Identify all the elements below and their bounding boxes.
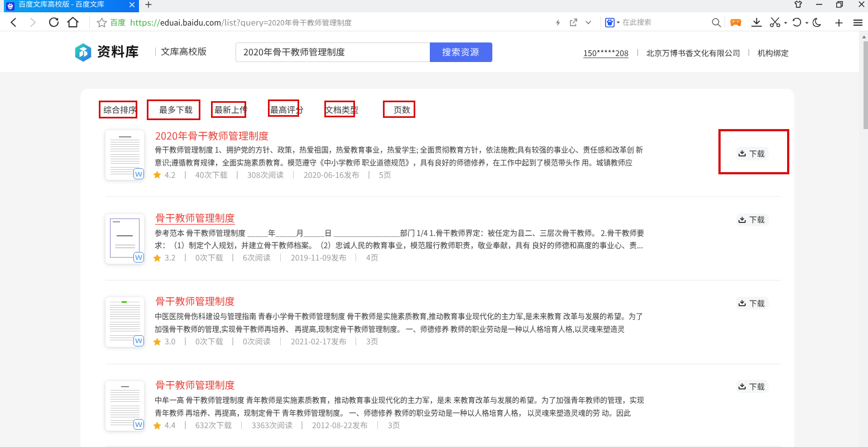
svg-text:du: du bbox=[9, 6, 12, 8]
